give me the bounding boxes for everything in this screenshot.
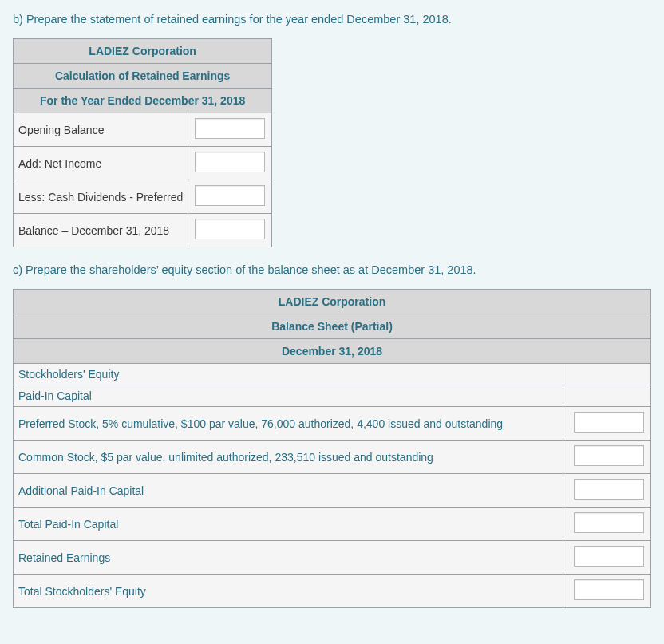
re-header-company: LADIEZ Corporation xyxy=(14,39,272,64)
re-row-balance-value xyxy=(188,214,272,247)
bs-row-common-label: Common Stock, $5 par value, unlimited au… xyxy=(14,441,563,474)
bs-totalse-input[interactable] xyxy=(574,579,644,600)
re-cashdiv-input[interactable] xyxy=(195,185,265,206)
bs-preferred-input[interactable] xyxy=(574,412,644,433)
bs-row-retained-value xyxy=(563,541,651,575)
bs-row-pic-value xyxy=(563,385,651,407)
bs-row-addlpic-label: Additional Paid-In Capital xyxy=(14,474,563,508)
bs-row-se-value xyxy=(563,364,651,385)
bs-row-totalpic-label: Total Paid-In Capital xyxy=(14,508,563,541)
re-header-title: Calculation of Retained Earnings xyxy=(14,64,272,89)
retained-earnings-table: LADIEZ Corporation Calculation of Retain… xyxy=(13,38,272,247)
bs-row-pic-label: Paid-In Capital xyxy=(14,385,563,407)
re-opening-input[interactable] xyxy=(195,118,265,139)
part-c-prompt: c) Prepare the shareholders’ equity sect… xyxy=(13,263,651,276)
bs-row-addlpic-value xyxy=(563,474,651,508)
re-row-opening-label: Opening Balance xyxy=(14,113,188,147)
bs-row-totalse-label: Total Stockholders' Equity xyxy=(14,575,563,608)
re-row-opening-value xyxy=(188,113,272,147)
bs-row-totalpic-value xyxy=(563,508,651,541)
re-row-netincome-value xyxy=(188,147,272,180)
bs-row-totalse-value xyxy=(563,575,651,608)
re-balance-input[interactable] xyxy=(195,219,265,239)
bs-row-retained-label: Retained Earnings xyxy=(14,541,563,575)
re-row-netincome-label: Add: Net Income xyxy=(14,147,188,180)
bs-row-se-label: Stockholders' Equity xyxy=(14,364,563,385)
part-b-prompt: b) Prepare the statement of retained ear… xyxy=(13,13,651,26)
bs-totalpic-input[interactable] xyxy=(574,512,644,533)
bs-retained-input[interactable] xyxy=(574,546,644,567)
re-header-period: For the Year Ended December 31, 2018 xyxy=(14,89,272,113)
bs-row-preferred-label: Preferred Stock, 5% cumulative, $100 par… xyxy=(14,407,563,441)
bs-common-input[interactable] xyxy=(574,445,644,466)
balance-sheet-table: LADIEZ Corporation Balance Sheet (Partia… xyxy=(13,289,651,608)
bs-header-company: LADIEZ Corporation xyxy=(14,290,651,314)
bs-header-title: Balance Sheet (Partial) xyxy=(14,314,651,339)
re-row-cashdiv-value xyxy=(188,180,272,214)
bs-header-date: December 31, 2018 xyxy=(14,339,651,364)
bs-addlpic-input[interactable] xyxy=(574,479,644,500)
re-row-cashdiv-label: Less: Cash Dividends - Preferred xyxy=(14,180,188,214)
bs-row-common-value xyxy=(563,441,651,474)
bs-row-preferred-value xyxy=(563,407,651,441)
re-netincome-input[interactable] xyxy=(195,152,265,172)
re-row-balance-label: Balance – December 31, 2018 xyxy=(14,214,188,247)
